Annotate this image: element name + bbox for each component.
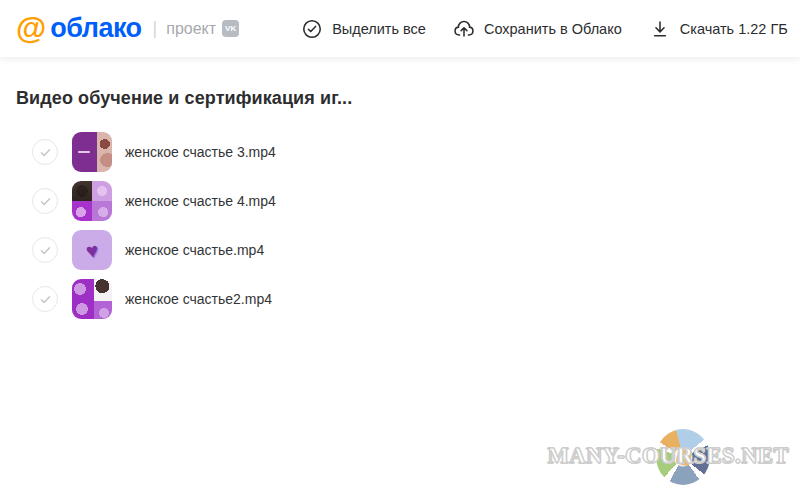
file-checkbox[interactable] [32,139,58,165]
mailru-at-icon: @ [16,13,45,44]
cloud-upload-icon [453,18,475,40]
download-icon [649,18,671,40]
file-name: женское счастье 4.mp4 [125,193,276,209]
page-title: Видео обучение и сертификация иг... [16,88,800,109]
heart-icon: ♥ [84,239,99,262]
file-list: женское счастье 3.mp4 женское счастье 4.… [0,132,800,319]
file-checkbox[interactable] [32,286,58,312]
file-name: женское счастье.mp4 [125,242,264,258]
file-thumbnail [72,132,112,172]
download-label: Скачать 1.22 ГБ [680,21,788,37]
header-actions: Выделить все Сохранить в Облако Скачать … [301,18,788,40]
file-row[interactable]: женское счастье2.mp4 [16,279,800,319]
logo-divider: | [153,18,158,39]
project-label: проект [166,20,216,38]
checkmark-icon [39,195,52,208]
checkmark-icon [39,293,52,306]
watermark: MANY-COURSES.NET [550,419,800,489]
vk-badge-icon: VK [222,20,239,37]
check-circle-icon [301,18,323,40]
save-to-cloud-button[interactable]: Сохранить в Облако [453,18,622,40]
file-thumbnail: ♥ [72,230,112,270]
main-content: Видео обучение и сертификация иг... женс… [0,57,800,328]
select-all-label: Выделить все [332,21,426,37]
file-row[interactable]: ♥ женское счастье.mp4 [16,230,800,270]
file-row[interactable]: женское счастье 3.mp4 [16,132,800,172]
file-checkbox[interactable] [32,188,58,214]
globe-logo-icon [656,429,710,485]
file-checkbox[interactable] [32,237,58,263]
file-thumbnail [72,181,112,221]
checkmark-icon [39,244,52,257]
app-header: @ облако | проект VK Выделить все Сохран… [0,0,800,57]
cloud-logo[interactable]: @ облако | проект VK [16,13,239,44]
file-name: женское счастье2.mp4 [125,291,272,307]
select-all-button[interactable]: Выделить все [301,18,426,40]
file-name: женское счастье 3.mp4 [125,144,276,160]
brand-name: облако [50,13,141,44]
file-thumbnail [72,279,112,319]
checkmark-icon [39,146,52,159]
save-to-cloud-label: Сохранить в Облако [484,21,622,37]
watermark-text: MANY-COURSES.NET [547,443,789,469]
download-button[interactable]: Скачать 1.22 ГБ [649,18,788,40]
file-row[interactable]: женское счастье 4.mp4 [16,181,800,221]
